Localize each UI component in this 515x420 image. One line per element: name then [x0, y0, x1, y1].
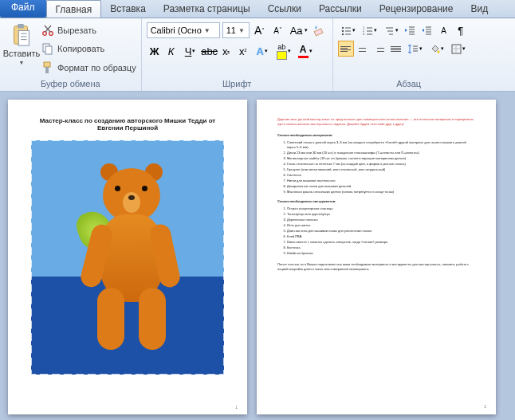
line-spacing-button[interactable]: ▾	[405, 41, 426, 57]
strikethrough-button[interactable]: abc	[202, 43, 218, 59]
page2-sect2-list: Острая канцелярская ножница Тонкозубцы и…	[277, 206, 475, 256]
page-2: Дорогие мои, данный мастер-класс не пред…	[257, 100, 496, 414]
change-case-button[interactable]: Aa▾	[289, 22, 309, 38]
svg-rect-7	[44, 62, 50, 67]
align-left-icon	[340, 46, 351, 52]
svg-text:3: 3	[363, 32, 365, 36]
page2-sect2-title: Список необходимых инструментов:	[277, 199, 475, 204]
outdent-icon	[405, 26, 415, 36]
show-marks-button[interactable]: ¶	[453, 22, 469, 38]
svg-point-3	[43, 32, 47, 36]
tab-view[interactable]: Вид	[462, 0, 497, 18]
page2-sect1-list: Советский плюш в длиной ворса 3–6 мм (на…	[277, 140, 475, 194]
shading-button[interactable]: ▾	[427, 41, 447, 57]
subscript-button[interactable]: x₂	[218, 43, 234, 59]
font-family-value: Calibri (Осно	[151, 26, 202, 35]
brush-icon	[41, 61, 54, 74]
list-item: Масляная краска нескольких цветов (голов…	[287, 190, 475, 194]
multilevel-button[interactable]: ▾	[381, 22, 402, 38]
group-font: Calibri (Осно▼ 11▼ A˄ A˅ Aa▾ Ж К Ч▾ abc …	[142, 18, 333, 91]
tab-insert[interactable]: Вставка	[101, 0, 155, 18]
list-item: Гранулят (или металлический, или стеклян…	[287, 167, 475, 172]
underline-button[interactable]: Ч▾	[180, 43, 201, 59]
list-item: Длинная игла для вышивки лапок для уплот…	[287, 229, 475, 234]
tab-references[interactable]: Ссылки	[259, 0, 310, 18]
list-item: Острая канцелярская ножница	[287, 206, 475, 211]
text-effects-button[interactable]: A▾	[252, 43, 273, 59]
tab-review[interactable]: Рецензирование	[371, 0, 462, 18]
page2-number: 2	[484, 404, 486, 410]
list-item: Деревянная палочка	[287, 218, 475, 222]
borders-icon	[451, 44, 462, 54]
shrink-font-button[interactable]: A˅	[270, 22, 286, 38]
format-painter-label: Формат по образцу	[57, 63, 136, 73]
justify-icon	[391, 46, 401, 52]
group-clipboard: Вставить ▼ Вырезать Копировать Формат по…	[0, 18, 142, 91]
increase-indent-button[interactable]	[419, 22, 435, 38]
numbering-button[interactable]: 123▾	[360, 22, 380, 38]
svg-point-16	[437, 50, 439, 53]
page1-title: Мастер-класс по созданию авторского Мишк…	[29, 117, 226, 131]
group-paragraph-label: Абзац	[338, 78, 480, 89]
clear-formatting-button[interactable]	[312, 22, 328, 38]
borders-button[interactable]: ▾	[448, 41, 469, 57]
scissors-icon	[41, 24, 54, 37]
line-spacing-icon	[408, 44, 419, 54]
italic-button[interactable]: К	[163, 43, 179, 59]
highlight-button[interactable]: ab▾	[273, 43, 294, 59]
paste-button[interactable]: Вставить ▼	[5, 20, 38, 78]
font-color-button[interactable]: A▾	[295, 43, 316, 59]
page2-outro: После того как по в Ваших подготовленных…	[277, 262, 475, 272]
multilevel-icon	[384, 26, 395, 36]
page2-sect1-title: Список необходимых материалов:	[277, 133, 475, 138]
bold-button[interactable]: Ж	[147, 43, 163, 59]
group-font-label: Шрифт	[147, 78, 328, 89]
document-area[interactable]: Мастер-класс по созданию авторского Мишк…	[0, 92, 515, 420]
svg-rect-8	[45, 67, 49, 73]
align-left-button[interactable]	[338, 41, 354, 57]
align-right-button[interactable]	[372, 41, 387, 57]
format-painter-button[interactable]: Формат по образцу	[41, 60, 136, 76]
svg-rect-6	[45, 46, 52, 54]
copy-icon	[41, 42, 54, 55]
list-item: Нитки для вышивки пастельного	[287, 179, 475, 183]
bullets-icon	[341, 26, 352, 36]
cut-button[interactable]: Вырезать	[41, 22, 136, 38]
copy-button[interactable]: Копировать	[41, 41, 136, 57]
list-item: Миниатюрные шайбы (10 шт. по бумажи, соо…	[287, 156, 475, 161]
paste-icon	[10, 23, 33, 47]
indent-icon	[422, 26, 432, 36]
bucket-icon	[430, 44, 440, 54]
font-size-value: 11	[226, 26, 236, 35]
superscript-button[interactable]: x²	[235, 43, 251, 59]
page1-number: 1	[235, 405, 238, 410]
align-center-button[interactable]	[355, 41, 371, 57]
list-item: Диски 23 мм или 30 мм (10 шт.) и газодат…	[287, 151, 475, 155]
font-size-combo[interactable]: 11▼	[222, 22, 250, 38]
cut-label: Вырезать	[57, 26, 96, 35]
align-center-icon	[357, 46, 368, 52]
highlight-swatch-icon	[277, 51, 287, 60]
list-item: Клей ПВА	[287, 234, 475, 239]
font-family-combo[interactable]: Calibri (Осно▼	[147, 22, 220, 38]
svg-point-12	[341, 33, 343, 34]
svg-rect-1	[18, 24, 24, 29]
list-item: Кисточка	[287, 245, 475, 250]
bullets-button[interactable]: ▾	[338, 22, 359, 38]
grow-font-button[interactable]: A˄	[252, 22, 268, 38]
list-item: Игла для шитья	[287, 223, 475, 228]
sort-button[interactable]: A	[436, 22, 452, 38]
page1-photo	[29, 138, 226, 377]
eraser-icon	[313, 25, 325, 37]
page2-intro: Дорогие мои, данный мастер-класс не пред…	[277, 117, 475, 127]
file-tab[interactable]: Файл	[0, 0, 46, 18]
justify-button[interactable]	[388, 41, 404, 57]
decrease-indent-button[interactable]	[403, 22, 419, 38]
tab-home[interactable]: Главная	[46, 0, 102, 18]
list-item: Советский плюш в длиной ворса 3–6 мм (на…	[287, 140, 475, 150]
tab-mailings[interactable]: Рассылки	[310, 0, 371, 18]
svg-rect-9	[314, 28, 323, 35]
align-right-icon	[374, 46, 384, 52]
numbering-icon: 123	[363, 26, 373, 36]
tab-pagelayout[interactable]: Разметка страницы	[155, 0, 259, 18]
